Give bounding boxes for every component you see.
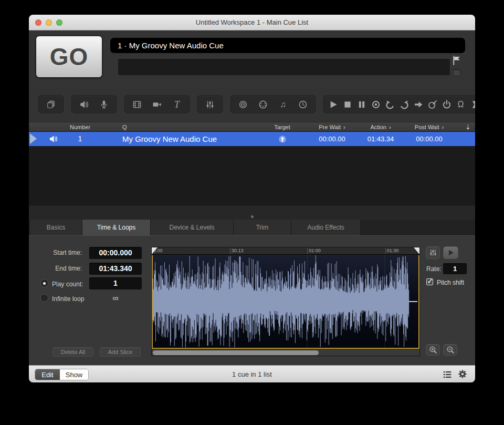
cue-list: Number Q Target Pre Wait Action Post Wai… xyxy=(29,122,475,220)
pitch-shift-checkbox[interactable] xyxy=(426,278,433,285)
cue-row-selected[interactable]: 1 My Groovy New Audio Cue 00:00.00 01:43… xyxy=(29,132,475,146)
head-panel: GO 1 · My Groovy New Audio Cue xyxy=(29,30,475,87)
show-mode-button[interactable]: Show xyxy=(60,369,88,380)
play-count-label: Play count: xyxy=(52,281,83,288)
column-header-pre-wait[interactable]: Pre Wait xyxy=(302,122,362,132)
tab-audio-effects[interactable]: Audio Effects xyxy=(291,220,361,235)
toolbar-button-midi-cue[interactable] xyxy=(254,97,272,111)
trim-start-handle[interactable] xyxy=(152,247,158,254)
toolbar-button-reset[interactable] xyxy=(383,97,396,111)
toolbar-button-stop[interactable] xyxy=(341,97,354,111)
trim-end-handle[interactable] xyxy=(414,247,419,254)
toolbar-button-audio-cue[interactable] xyxy=(75,97,93,111)
ruler-tick-label: 01:00 xyxy=(309,248,321,253)
column-header-number[interactable]: Number xyxy=(60,122,100,132)
ruler-tick-line xyxy=(230,247,230,254)
start-time-field[interactable]: 00:00.000 xyxy=(89,247,142,259)
cue-target-badge[interactable] xyxy=(262,132,302,146)
cue-list-empty-area[interactable] xyxy=(29,146,475,205)
notes-field[interactable] xyxy=(118,59,450,75)
toolbar-button-video-cue[interactable] xyxy=(128,97,146,111)
toolbar-button-target[interactable] xyxy=(426,97,439,111)
rate-label: Rate: xyxy=(426,265,442,273)
toolbar-button-fade-cue[interactable] xyxy=(201,97,219,111)
inspector-tabs: BasicsTime & LoopsDevice & LevelsTrimAud… xyxy=(29,220,475,235)
splitter-handle[interactable] xyxy=(251,215,254,218)
toolbar-button-camera-cue[interactable] xyxy=(148,97,166,111)
waveform-scrollbar-thumb[interactable] xyxy=(153,350,319,355)
waveform-scrollbar[interactable] xyxy=(152,349,419,356)
toolbar-button-wait[interactable] xyxy=(468,97,475,111)
close-window-button[interactable] xyxy=(35,19,41,26)
infinity-symbol: ∞ xyxy=(89,294,142,303)
add-slice-button[interactable]: Add Slice xyxy=(100,347,141,357)
toolbar-button-text-cue[interactable]: T xyxy=(167,97,186,111)
ruler-tick-label: 01:30 xyxy=(387,248,399,253)
cue-lists-icon[interactable] xyxy=(443,370,452,379)
toolbar-button-group-cue[interactable] xyxy=(41,97,60,111)
play-count-radio[interactable] xyxy=(40,279,48,287)
ruler-tick-label: 30.13 xyxy=(232,248,244,253)
toolbar-group xyxy=(71,95,117,113)
toolbar-button-goto[interactable] xyxy=(412,97,425,111)
pitch-shift-label: Pitch shift xyxy=(437,279,464,286)
zoom-in-button[interactable] xyxy=(426,344,440,356)
preview-play-button[interactable] xyxy=(443,246,458,259)
tab-basics[interactable]: Basics xyxy=(30,220,82,235)
ruler-tick-line xyxy=(307,247,308,254)
audio-cue-type-icon xyxy=(49,134,58,143)
toolbar-button-disarm[interactable]: Ω xyxy=(454,97,467,111)
tab-trim[interactable]: Trim xyxy=(234,220,291,235)
zoom-out-button[interactable] xyxy=(443,344,457,356)
flag-checkbox[interactable] xyxy=(453,69,461,76)
cue-pre-wait-cell[interactable]: 00:00.00 xyxy=(302,132,362,146)
cue-post-wait-cell[interactable]: 00:00.00 xyxy=(399,132,459,146)
toolbar-group xyxy=(197,95,223,113)
delete-all-button[interactable]: Delete All xyxy=(52,347,93,357)
cue-list-header: Number Q Target Pre Wait Action Post Wai… xyxy=(29,122,475,132)
gear-icon[interactable] xyxy=(458,369,467,379)
start-time-label: Start time: xyxy=(39,249,82,256)
toolbar-group xyxy=(38,95,64,113)
end-time-field[interactable]: 01:43.340 xyxy=(89,263,142,275)
toolbar-button-play[interactable] xyxy=(327,97,340,111)
toolbar-group: Ω xyxy=(323,95,475,113)
audition-levels-button[interactable] xyxy=(426,246,440,259)
tab-device-levels[interactable]: Device & Levels xyxy=(151,220,234,235)
go-button[interactable]: GO xyxy=(36,36,102,78)
waveform-canvas[interactable] xyxy=(153,255,418,348)
toolbar-button-devamp[interactable] xyxy=(397,97,411,111)
toolbar-button-network-cue[interactable] xyxy=(234,97,253,111)
column-header-q[interactable]: Q xyxy=(122,122,127,132)
status-bar: Edit Show 1 cue in 1 list xyxy=(29,365,475,382)
column-header-action[interactable]: Action xyxy=(362,122,399,132)
zoom-window-button[interactable] xyxy=(56,19,62,26)
waveform-ruler[interactable]: 0.0030.1301:0001:30 xyxy=(152,247,419,255)
titlebar: Untitled Workspace 1 - Main Cue List xyxy=(29,15,475,30)
active-cue-name-field[interactable]: 1 · My Groovy New Audio Cue xyxy=(110,38,465,53)
end-time-label: End time: xyxy=(39,265,82,272)
cue-number-cell[interactable]: 1 xyxy=(60,132,100,146)
infinite-loop-radio[interactable] xyxy=(40,294,48,302)
rate-field[interactable]: 1 xyxy=(443,263,467,274)
traffic-lights xyxy=(35,19,62,26)
toolbar-button-mic-cue[interactable] xyxy=(94,97,113,111)
column-header-target[interactable]: Target xyxy=(262,122,302,132)
waveform-display[interactable] xyxy=(152,255,419,349)
toolbar-button-midi-file-cue[interactable]: ♫ xyxy=(274,97,292,111)
cue-name-cell[interactable]: My Groovy New Audio Cue xyxy=(122,132,217,146)
minimize-window-button[interactable] xyxy=(46,19,52,26)
toolbar-button-arm[interactable] xyxy=(440,97,453,111)
tab-time-loops[interactable]: Time & Loops xyxy=(82,220,151,235)
waveform-editor: 0.0030.1301:0001:30 xyxy=(151,247,420,356)
cue-action-cell[interactable]: 01:43.34 xyxy=(362,132,399,146)
toolbar-button-pause[interactable] xyxy=(355,97,368,111)
auto-continue-column-icon[interactable] xyxy=(463,122,473,132)
play-count-field[interactable]: 1 xyxy=(89,277,142,289)
toolbar-button-timecode-cue[interactable] xyxy=(293,97,312,111)
mode-segmented-control: Edit Show xyxy=(35,369,89,380)
column-header-post-wait[interactable]: Post Wait xyxy=(399,122,459,132)
toolbar-button-load[interactable] xyxy=(369,97,382,111)
edit-mode-button[interactable]: Edit xyxy=(35,369,60,380)
inspector-panel: Start time: 00:00.000 End time: 01:43.34… xyxy=(29,235,475,365)
